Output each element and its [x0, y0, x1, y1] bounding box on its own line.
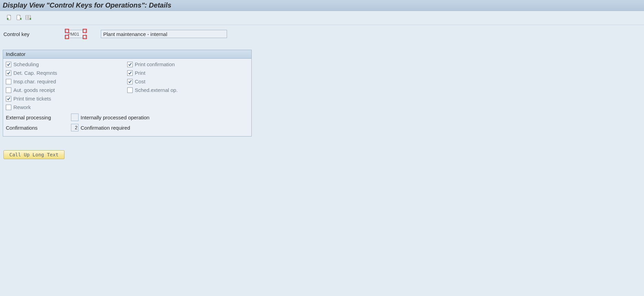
- indicator-label: Insp.char. required: [13, 79, 56, 84]
- indicator-right-column: Print confirmation Print Cost: [127, 61, 249, 110]
- checkbox-det-cap[interactable]: [6, 70, 11, 76]
- control-key-value: PM01: [68, 32, 79, 37]
- confirmations-label: Confirmations: [6, 125, 69, 131]
- indicator-det-cap: Det. Cap. Reqmnts: [6, 70, 127, 76]
- indicator-insp-char: Insp.char. required: [6, 79, 127, 84]
- indicator-label: Scheduling: [13, 61, 39, 67]
- indicator-label: Print confirmation: [135, 61, 175, 67]
- control-key-description: Plant maintenance - internal: [101, 30, 227, 38]
- checkbox-print-confirmation[interactable]: [127, 62, 133, 67]
- control-key-label: Control key: [3, 31, 64, 37]
- checkbox-print-time-tickets[interactable]: [6, 96, 11, 102]
- checkbox-insp-char[interactable]: [6, 79, 11, 84]
- indicator-print: Print: [127, 70, 249, 76]
- indicator-group-title: Indicator: [3, 50, 251, 59]
- confirmations-input[interactable]: 2: [71, 124, 79, 131]
- new-entry-icon[interactable]: [5, 14, 13, 22]
- next-entry-icon[interactable]: [15, 14, 23, 22]
- indicator-print-time-tickets: Print time tickets: [6, 96, 127, 102]
- indicator-rework: Rework: [6, 104, 127, 110]
- indicator-label: Print: [135, 70, 145, 76]
- external-processing-input[interactable]: [71, 114, 79, 121]
- control-key-row: Control key PM01 Plant maintenance - int…: [3, 30, 641, 38]
- indicator-label: Rework: [13, 104, 31, 110]
- call-up-long-text-button[interactable]: Call Up Long Text: [3, 150, 64, 159]
- indicator-label: Print time tickets: [13, 96, 51, 102]
- indicator-label: Cost: [135, 79, 145, 84]
- indicator-sched-external: Sched.external op.: [127, 87, 249, 93]
- indicator-scheduling: Scheduling: [6, 61, 127, 67]
- indicator-label: Sched.external op.: [135, 87, 178, 93]
- indicator-cost: Cost: [127, 79, 249, 84]
- control-key-input[interactable]: PM01: [66, 30, 86, 38]
- checkbox-print[interactable]: [127, 70, 133, 76]
- checkbox-rework[interactable]: [6, 105, 11, 110]
- content-area: Control key PM01 Plant maintenance - int…: [0, 25, 644, 161]
- page-title: Display View "Control Keys for Operation…: [0, 0, 644, 11]
- toolbar: [0, 11, 644, 25]
- checkbox-sched-external[interactable]: [127, 87, 133, 93]
- indicator-left-column: Scheduling Det. Cap. Reqmnts Insp.char. …: [6, 61, 127, 110]
- table-view-icon[interactable]: [25, 14, 32, 22]
- external-processing-description: Internally processed operation: [81, 115, 150, 120]
- checkbox-aut-goods[interactable]: [6, 87, 11, 93]
- indicator-label: Det. Cap. Reqmnts: [13, 70, 57, 76]
- external-processing-row: External processing Internally processed…: [6, 114, 249, 121]
- checkbox-cost[interactable]: [127, 79, 133, 84]
- external-processing-label: External processing: [6, 115, 69, 120]
- confirmations-row: Confirmations 2 Confirmation required: [6, 124, 249, 131]
- indicator-print-confirmation: Print confirmation: [127, 61, 249, 67]
- checkbox-scheduling[interactable]: [6, 62, 11, 67]
- indicator-group: Indicator Scheduling Det. Cap.: [3, 50, 252, 137]
- indicator-label: Aut. goods receipt: [13, 87, 55, 93]
- confirmations-description: Confirmation required: [81, 125, 130, 131]
- indicator-aut-goods: Aut. goods receipt: [6, 87, 127, 93]
